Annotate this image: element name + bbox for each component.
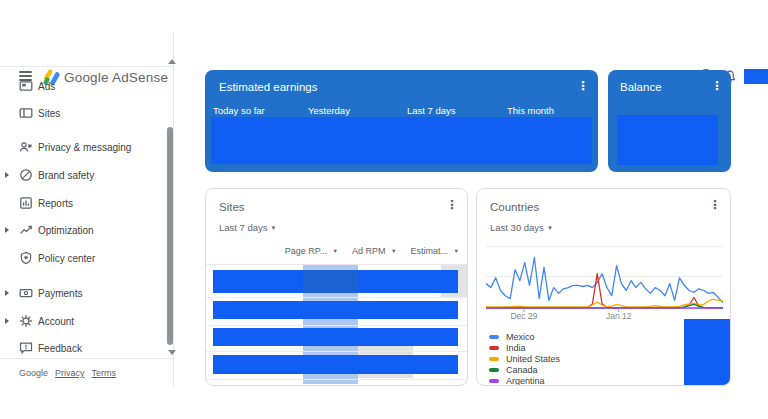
legend-swatch bbox=[489, 379, 499, 383]
column-header-today: Today so far bbox=[213, 105, 265, 116]
column-header-last7: Last 7 days bbox=[407, 105, 456, 116]
sidebar-item-label: Brand safety bbox=[38, 170, 94, 181]
payments-icon bbox=[19, 286, 33, 300]
sidebar-item-ads[interactable]: Ads bbox=[0, 76, 166, 96]
sidebar-top-divider bbox=[0, 66, 173, 67]
terms-link[interactable]: Terms bbox=[92, 368, 117, 378]
account-avatar-redacted[interactable] bbox=[744, 69, 768, 84]
redacted-chart-values bbox=[684, 319, 731, 385]
sidebar-item-brand-safety[interactable]: Brand safety bbox=[0, 165, 166, 185]
column-header-month: This month bbox=[507, 105, 554, 116]
sidebar-footer-divider bbox=[0, 358, 173, 359]
more-options-icon[interactable]: ⋮ bbox=[446, 198, 458, 212]
ad-icon bbox=[19, 79, 33, 93]
privacy-link[interactable]: Privacy bbox=[55, 368, 85, 378]
table-row-redacted[interactable] bbox=[213, 301, 458, 319]
series-line-mexico bbox=[486, 258, 723, 303]
row-divider bbox=[206, 351, 467, 352]
x-tick-label: Dec 29 bbox=[510, 311, 537, 321]
more-options-icon[interactable]: ⋮ bbox=[709, 198, 721, 212]
sidebar-item-label: Policy center bbox=[38, 253, 95, 264]
sidebar-item-label: Sites bbox=[38, 108, 60, 119]
more-options-icon[interactable]: ⋮ bbox=[577, 79, 589, 93]
legend-swatch bbox=[489, 357, 499, 361]
sidebar-item-sites[interactable]: Sites bbox=[0, 103, 166, 123]
sidebar-item-reports[interactable]: Reports bbox=[0, 193, 166, 213]
sidebar-item-privacy-messaging[interactable]: Privacy & messaging bbox=[0, 137, 166, 157]
sidebar-divider bbox=[173, 32, 174, 386]
legend-swatch bbox=[489, 335, 499, 339]
chevron-right-icon bbox=[5, 318, 9, 324]
sidebar-item-label: Privacy & messaging bbox=[38, 142, 131, 153]
chevron-right-icon bbox=[5, 290, 9, 296]
policy-center-icon bbox=[19, 251, 33, 265]
feedback-icon bbox=[19, 341, 33, 355]
redacted-balance-value bbox=[617, 115, 718, 165]
chevron-down-icon: ▼ bbox=[271, 225, 277, 231]
column-header-yesterday: Yesterday bbox=[308, 105, 350, 116]
sidebar-item-feedback[interactable]: Feedback bbox=[0, 338, 166, 358]
sidebar-item-label: Reports bbox=[38, 198, 73, 209]
sidebar-footer: GooglePrivacyTerms bbox=[19, 368, 116, 378]
optimization-icon bbox=[19, 223, 33, 237]
card-title: Sites bbox=[219, 201, 245, 213]
legend-label: India bbox=[506, 343, 526, 353]
table-row-redacted[interactable] bbox=[213, 328, 458, 346]
chevron-down-icon: ▼ bbox=[333, 248, 338, 254]
sidebar-item-label: Payments bbox=[38, 288, 82, 299]
brand-safety-icon bbox=[19, 168, 33, 182]
legend-label: United States bbox=[506, 354, 560, 364]
sidebar-item-label: Ads bbox=[38, 81, 55, 92]
more-options-icon[interactable]: ⋮ bbox=[711, 79, 723, 93]
countries-card: Countries ⋮ Last 30 days▼ Dec 29Jan 12 M… bbox=[476, 188, 731, 386]
card-title: Estimated earnings bbox=[219, 81, 317, 93]
sidebar-item-label: Feedback bbox=[38, 343, 82, 354]
column-header-ad-rpm[interactable]: Ad RPM ▼ bbox=[352, 246, 396, 256]
column-header-page-rpm[interactable]: Page RP... ▼ bbox=[285, 246, 338, 256]
row-cell-highlight-overlay bbox=[303, 270, 358, 293]
date-range-dropdown[interactable]: Last 30 days▼ bbox=[490, 222, 553, 233]
legend-item-argentina: Argentina bbox=[489, 375, 560, 386]
estimated-earnings-card: Estimated earnings ⋮ Today so far Yester… bbox=[205, 70, 598, 172]
legend-swatch bbox=[489, 346, 499, 350]
account-gear-icon bbox=[19, 314, 33, 328]
sites-icon bbox=[19, 106, 33, 120]
chevron-right-icon bbox=[5, 172, 9, 178]
balance-card: Balance ⋮ bbox=[608, 70, 731, 172]
chevron-right-icon bbox=[5, 227, 9, 233]
legend-item-india: India bbox=[489, 342, 560, 353]
x-tick-label: Jan 12 bbox=[606, 311, 632, 321]
sidebar-item-policy-center[interactable]: Policy center bbox=[0, 248, 166, 268]
legend-label: Mexico bbox=[506, 332, 535, 342]
chevron-down-icon: ▼ bbox=[391, 248, 396, 254]
table-header-row: Page RP... ▼ Ad RPM ▼ Estimat... ▼ bbox=[285, 246, 459, 256]
legend-label: Argentina bbox=[506, 376, 545, 386]
scroll-up-icon[interactable] bbox=[168, 59, 176, 64]
sidebar-item-optimization[interactable]: Optimization bbox=[0, 220, 166, 240]
sidebar-item-label: Optimization bbox=[38, 225, 94, 236]
table-row-redacted[interactable] bbox=[213, 355, 458, 374]
row-divider bbox=[206, 325, 467, 326]
sidebar-item-payments[interactable]: Payments bbox=[0, 283, 166, 303]
redacted-earnings-values bbox=[211, 117, 592, 164]
chevron-down-icon: ▼ bbox=[454, 248, 459, 254]
sidebar-item-account[interactable]: Account bbox=[0, 311, 166, 331]
top-app-bar: Google AdSense Home ? bbox=[0, 30, 768, 66]
countries-line-chart bbox=[486, 244, 723, 314]
column-header-estimated[interactable]: Estimat... ▼ bbox=[411, 246, 459, 256]
sites-card: Sites ⋮ Last 7 days▼ Page RP... ▼ Ad RPM… bbox=[205, 188, 468, 386]
date-range-dropdown[interactable]: Last 7 days▼ bbox=[219, 222, 277, 233]
card-title: Balance bbox=[620, 81, 662, 93]
card-title: Countries bbox=[490, 201, 539, 213]
legend-label: Canada bbox=[506, 365, 538, 375]
row-divider bbox=[206, 297, 467, 298]
privacy-messaging-icon bbox=[19, 140, 33, 154]
legend-item-united-states: United States bbox=[489, 353, 560, 364]
google-brand-label: Google bbox=[19, 368, 48, 378]
legend-item-canada: Canada bbox=[489, 364, 560, 375]
chart-legend: MexicoIndiaUnited StatesCanadaArgentina bbox=[489, 331, 560, 386]
row-divider bbox=[206, 379, 467, 380]
sidebar-scrollbar[interactable] bbox=[167, 127, 173, 345]
scroll-down-icon[interactable] bbox=[168, 350, 176, 355]
legend-item-mexico: Mexico bbox=[489, 331, 560, 342]
